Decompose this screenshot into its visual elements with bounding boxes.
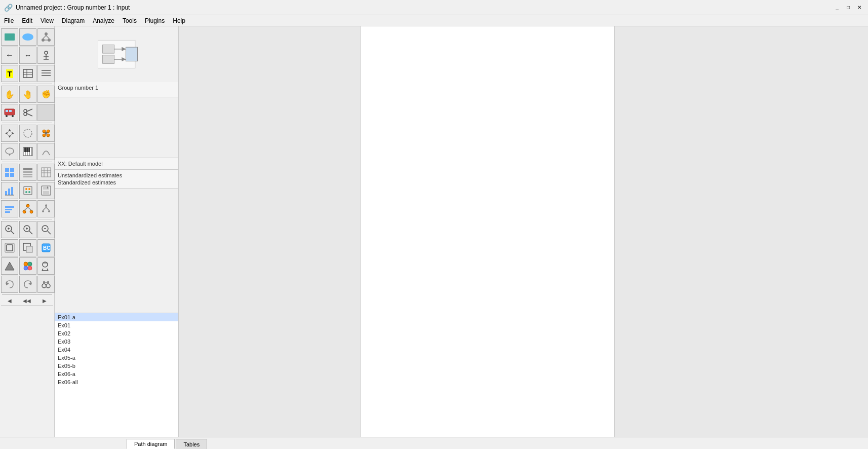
svg-point-31 <box>43 134 46 137</box>
svg-point-75 <box>30 210 33 213</box>
close-hand-tool[interactable]: ✊ <box>37 86 55 103</box>
list-item[interactable]: Ex05-a <box>55 354 178 362</box>
scissors-tool[interactable] <box>19 104 36 121</box>
svg-point-82 <box>42 210 44 212</box>
svg-line-89 <box>29 231 32 234</box>
panel-left2-btn[interactable]: ◀◀ <box>23 298 31 304</box>
menu-item-file[interactable]: File <box>0 15 18 26</box>
list-item[interactable]: Ex06-a <box>55 370 178 378</box>
node-tool[interactable] <box>37 125 55 142</box>
multi-tool[interactable] <box>19 257 36 275</box>
zoom-out-tool[interactable] <box>37 221 55 238</box>
bus-tool[interactable] <box>1 104 18 121</box>
zoom-in-tool[interactable] <box>19 221 36 238</box>
svg-line-4 <box>46 35 49 39</box>
nodes-tool[interactable] <box>19 200 36 217</box>
menu-item-analyze[interactable]: Analyze <box>89 15 119 26</box>
badge-tool[interactable]: BC <box>37 239 55 256</box>
resize-tool[interactable] <box>19 239 36 256</box>
svg-point-79 <box>45 205 47 207</box>
svg-rect-116 <box>47 281 49 284</box>
search-tool[interactable] <box>37 257 55 275</box>
stats-tool[interactable] <box>1 200 18 217</box>
network-tool[interactable] <box>37 28 55 46</box>
panel-right1-btn[interactable]: ▶ <box>43 298 47 304</box>
menu-item-help[interactable]: Help <box>169 15 189 26</box>
grid3-tool[interactable] <box>37 164 55 181</box>
open-hand-tool[interactable]: 🤚 <box>19 86 36 103</box>
menu-item-diagram[interactable]: Diagram <box>58 15 89 26</box>
close-button[interactable]: ✕ <box>855 3 864 12</box>
save-tool[interactable] <box>37 182 55 199</box>
arrow-left-tool[interactable]: ← <box>1 47 18 64</box>
tab-tables[interactable]: Tables <box>176 439 207 449</box>
list-item[interactable]: Ex04 <box>55 346 178 354</box>
fit-tool[interactable] <box>1 239 18 256</box>
list-item[interactable]: Ex02 <box>55 329 178 338</box>
data-tool[interactable] <box>19 182 36 199</box>
minimize-button[interactable]: _ <box>833 3 842 12</box>
group-number-section: Group number 1 <box>55 82 178 97</box>
move-tool[interactable] <box>1 125 18 142</box>
title-icon: 🔗 <box>4 4 13 12</box>
histogram-tool[interactable] <box>1 257 18 275</box>
title-text: Unnamed project : Group number 1 : Input <box>16 4 130 11</box>
undo-tool[interactable] <box>1 276 18 293</box>
tab-path-diagram[interactable]: Path diagram <box>127 439 175 449</box>
standardized-estimate[interactable]: Standardized estimates <box>58 179 175 186</box>
svg-point-20 <box>6 115 8 117</box>
circle-tool[interactable] <box>19 125 36 142</box>
binoculars-tool[interactable] <box>37 276 55 293</box>
none-tool[interactable] <box>37 104 55 121</box>
menu-item-edit[interactable]: Edit <box>18 15 36 26</box>
list-item[interactable]: Ex03 <box>55 338 178 346</box>
svg-point-22 <box>24 109 27 113</box>
list-item[interactable]: Ex06-all <box>55 378 178 386</box>
curve-tool[interactable] <box>37 143 55 160</box>
svg-rect-46 <box>5 173 9 177</box>
hand-tool[interactable]: ✋ <box>1 86 18 103</box>
svg-rect-43 <box>28 147 30 152</box>
list-item[interactable]: Ex05-b <box>55 362 178 370</box>
unstandardized-estimate[interactable]: Unstandardized estimates <box>58 172 175 179</box>
svg-rect-61 <box>24 186 32 195</box>
piano-tool[interactable] <box>19 143 36 160</box>
redo-tool[interactable] <box>19 276 36 293</box>
lines-tool[interactable] <box>37 65 55 82</box>
grid2-tool[interactable] <box>19 164 36 181</box>
svg-line-25 <box>27 114 32 116</box>
tree-tool[interactable] <box>37 200 55 217</box>
anchor-tool[interactable] <box>37 47 55 64</box>
list-item[interactable]: Ex01 <box>55 321 178 329</box>
menubar: FileEditViewDiagramAnalyzeToolsPluginsHe… <box>0 15 868 26</box>
panel-list[interactable]: Ex01-aEx01Ex02Ex03Ex04Ex05-aEx05-bEx06-a… <box>55 313 178 437</box>
maximize-button[interactable]: □ <box>844 3 853 12</box>
model-label: XX: Default model <box>58 161 103 167</box>
svg-marker-26 <box>8 129 11 138</box>
title-tool[interactable]: T <box>1 65 18 82</box>
rect-tool[interactable] <box>1 28 18 46</box>
panel-left1-btn[interactable]: ◀ <box>8 298 12 304</box>
menu-item-plugins[interactable]: Plugins <box>141 15 169 26</box>
oval-tool[interactable] <box>19 28 36 46</box>
svg-marker-111 <box>6 282 9 285</box>
svg-point-32 <box>47 134 50 137</box>
titlebar: 🔗 Unnamed project : Group number 1 : Inp… <box>0 0 868 15</box>
chart-tool[interactable] <box>1 182 18 199</box>
svg-point-62 <box>25 188 27 190</box>
svg-rect-98 <box>26 246 32 252</box>
menu-item-view[interactable]: View <box>36 15 58 26</box>
grid-tool[interactable] <box>1 164 18 181</box>
model-section: XX: Default model <box>55 158 178 170</box>
svg-point-0 <box>45 32 48 35</box>
group-number-label: Group number 1 <box>58 85 98 91</box>
svg-marker-101 <box>5 262 14 270</box>
menu-item-tools[interactable]: Tools <box>119 15 141 26</box>
table-tool[interactable] <box>19 65 36 82</box>
svg-marker-35 <box>9 154 11 156</box>
bubble-tool[interactable] <box>1 143 18 160</box>
arrow-both-tool[interactable]: ↔ <box>19 47 36 64</box>
list-item[interactable]: Ex01-a <box>55 313 178 321</box>
zoom-tool[interactable] <box>1 221 18 238</box>
svg-rect-50 <box>23 174 32 175</box>
